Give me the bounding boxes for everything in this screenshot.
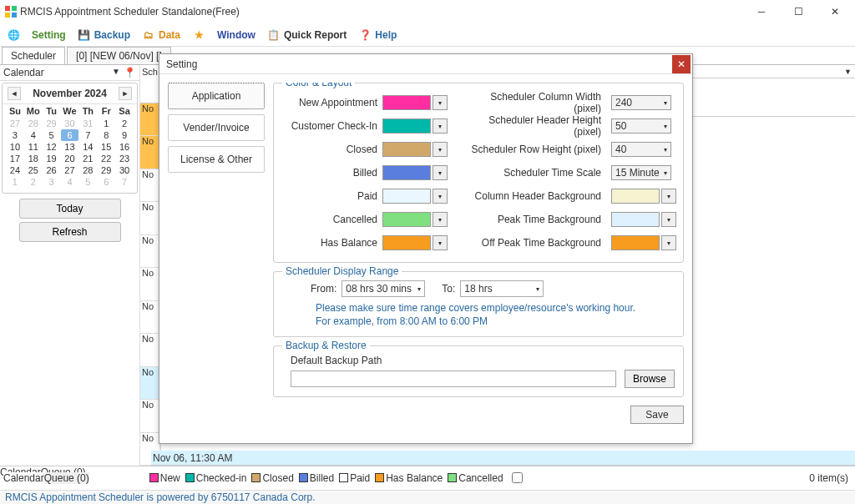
swatch-col-bg[interactable] (611, 189, 660, 204)
calendar-day[interactable]: 10 (6, 141, 24, 153)
menu-window[interactable]: Window (217, 29, 255, 41)
calendar-day[interactable]: 29 (43, 118, 61, 129)
refresh-button[interactable]: Refresh (19, 222, 121, 242)
calendar-day[interactable]: 24 (6, 164, 24, 176)
maximize-button[interactable]: ☐ (780, 0, 817, 23)
calendar-day[interactable]: 27 (61, 164, 79, 176)
dialog-close-button[interactable]: ✕ (672, 55, 691, 73)
next-month-button[interactable]: ► (119, 87, 132, 100)
calendar-day[interactable]: 7 (78, 129, 97, 141)
calendar-day[interactable]: 12 (43, 141, 61, 153)
today-button[interactable]: Today (19, 199, 121, 219)
picker-hasbal[interactable]: ▾ (433, 235, 448, 250)
calendar-day[interactable]: 1 (6, 176, 24, 188)
picker-checkin[interactable]: ▾ (433, 118, 448, 134)
schedule-cell: No (140, 301, 159, 334)
input-row-height[interactable]: 40▾ (611, 142, 671, 157)
calendar-day[interactable]: 18 (24, 153, 43, 164)
menu-help[interactable]: ❓Help (358, 28, 397, 42)
calendar-day[interactable]: 2 (115, 118, 134, 129)
calendar-day[interactable]: 3 (6, 129, 24, 141)
calendar-day[interactable]: 29 (97, 164, 115, 176)
swatch-closed[interactable] (382, 142, 431, 157)
bottom-tab-queue[interactable]: Queue (0) (44, 472, 89, 484)
picker-closed[interactable]: ▾ (433, 142, 448, 157)
calendar-day[interactable]: 3 (43, 176, 61, 188)
swatch-offpeak-bg[interactable] (611, 235, 660, 250)
calendar-day[interactable]: 28 (78, 164, 97, 176)
calendar-day[interactable]: 4 (24, 129, 43, 141)
calendar-day[interactable]: 5 (78, 176, 97, 188)
swatch-cancelled[interactable] (382, 212, 431, 227)
input-time-scale[interactable]: 15 Minute▾ (611, 165, 671, 180)
calendar-day[interactable]: 14 (78, 141, 97, 153)
nav-license[interactable]: License & Other (168, 146, 265, 173)
browse-button[interactable]: Browse (625, 370, 675, 388)
calendar-day[interactable]: 9 (115, 129, 134, 141)
calendar-day[interactable]: 25 (24, 164, 43, 176)
schedule-cell: No (140, 202, 159, 234)
nav-application[interactable]: Application (168, 83, 265, 109)
save-button[interactable]: Save (630, 406, 684, 424)
swatch-new-appt[interactable] (382, 95, 431, 110)
picker-cancelled[interactable]: ▾ (433, 212, 448, 227)
picker-offpeak-bg[interactable]: ▾ (661, 235, 676, 250)
calendar-day[interactable]: 23 (115, 153, 134, 164)
input-col-width[interactable]: 240▾ (611, 95, 671, 110)
close-button[interactable]: ✕ (817, 0, 853, 23)
calendar-day[interactable]: 11 (24, 141, 43, 153)
picker-billed[interactable]: ▾ (433, 165, 448, 180)
calendar-collapse[interactable]: ▼📍 (112, 67, 136, 78)
calendar-day[interactable]: 30 (115, 164, 134, 176)
minimize-button[interactable]: ─ (743, 0, 780, 23)
calendar-day[interactable]: 2 (24, 176, 43, 188)
legend-checkbox[interactable] (512, 472, 523, 483)
calendar-day[interactable]: 8 (97, 129, 115, 141)
calendar-day[interactable]: 19 (43, 153, 61, 164)
picker-col-bg[interactable]: ▾ (661, 189, 676, 204)
calendar-label: Calendar (3, 67, 44, 78)
backup-path-input[interactable] (291, 370, 616, 387)
help-icon: ❓ (358, 28, 372, 42)
calendar-day[interactable]: 15 (97, 141, 115, 153)
menu-backup[interactable]: 💾Backup (78, 28, 130, 42)
calendar-day[interactable]: 26 (43, 164, 61, 176)
calendar-day[interactable]: 13 (61, 141, 79, 153)
calendar-day[interactable]: 31 (78, 118, 97, 129)
picker-peak-bg[interactable]: ▾ (661, 212, 676, 227)
menu-setting[interactable]: Setting (32, 29, 66, 41)
range-hint: Please make sure time range covers emplo… (316, 302, 675, 328)
calendar-day[interactable]: 22 (97, 153, 115, 164)
calendar-day[interactable]: 6 (61, 129, 79, 141)
tab-scheduler[interactable]: Scheduler (2, 47, 65, 64)
swatch-billed[interactable] (382, 165, 431, 180)
calendar-day[interactable]: 28 (24, 118, 43, 129)
calendar-day[interactable]: 1 (97, 118, 115, 129)
prev-month-button[interactable]: ◄ (8, 87, 21, 100)
menu-data[interactable]: 🗂Data (142, 28, 180, 42)
calendar-day[interactable]: 16 (115, 141, 134, 153)
calendar-day[interactable]: 30 (61, 118, 79, 129)
calendar-day[interactable]: 5 (43, 129, 61, 141)
calendar-day[interactable]: 21 (78, 153, 97, 164)
menu-quick-report[interactable]: 📋Quick Report (267, 28, 347, 42)
calendar-day[interactable]: 20 (61, 153, 79, 164)
swatch-paid[interactable] (382, 189, 431, 204)
calendar-day[interactable]: 7 (115, 176, 134, 188)
calendar-day[interactable]: 4 (61, 176, 79, 188)
swatch-checkin[interactable] (382, 118, 431, 134)
calendar-day[interactable]: 27 (6, 118, 24, 129)
swatch-peak-bg[interactable] (611, 212, 660, 227)
picker-paid[interactable]: ▾ (433, 189, 448, 204)
input-hdr-height[interactable]: 50▾ (611, 118, 671, 134)
select-from-time[interactable]: 08 hrs 30 mins▾ (341, 280, 425, 297)
nav-vendor-invoice[interactable]: Vender/Invoice (168, 114, 265, 141)
calendar-day[interactable]: 17 (6, 153, 24, 164)
picker-new-appt[interactable]: ▾ (433, 95, 448, 110)
fieldset-color-layout: Color & Layout New Appointment▾ Schedule… (273, 83, 684, 263)
swatch-hasbal[interactable] (382, 235, 431, 250)
bottom-tab-calendar[interactable]: Calendar (3, 472, 44, 484)
calendar-day[interactable]: 6 (97, 176, 115, 188)
tab-new-appt[interactable]: [0] [NEW 06/Nov] [] (67, 47, 171, 64)
select-to-time[interactable]: 18 hrs▾ (460, 280, 544, 297)
